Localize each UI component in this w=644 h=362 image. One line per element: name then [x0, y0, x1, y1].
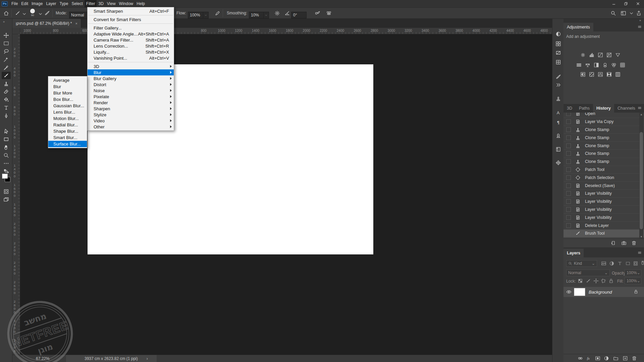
history-source-well[interactable] — [566, 207, 571, 212]
panel-navigator-icon[interactable] — [555, 160, 561, 166]
menu-item-smart-sharpen[interactable]: Smart SharpenAlt+Ctrl+F — [88, 8, 174, 14]
history-state-patch-tool[interactable]: Patch Tool — [564, 166, 644, 174]
history-state-layer-visibility[interactable]: Layer Visibility — [564, 214, 644, 222]
layer-row-background[interactable]: Background — [564, 287, 644, 297]
adj-colorbal-icon[interactable] — [584, 62, 591, 68]
toggle-brush-panel-icon[interactable] — [44, 8, 50, 18]
panel-clone-source-icon[interactable] — [555, 96, 561, 102]
fill-field[interactable]: 100% ⌄ — [625, 278, 641, 284]
chevron-down-icon[interactable] — [38, 8, 43, 19]
adj-threshold-icon[interactable] — [597, 72, 604, 77]
menu-item-pixelate[interactable]: Pixelate — [88, 94, 174, 100]
tab-close-icon[interactable]: × — [75, 21, 77, 25]
history-source-well[interactable] — [566, 151, 571, 156]
hand-tool[interactable] — [2, 143, 11, 151]
rect-shape-tool[interactable] — [2, 135, 11, 143]
airbrush-icon[interactable] — [215, 8, 220, 18]
pen-tool[interactable] — [2, 112, 11, 119]
tab-channels[interactable]: Channels — [614, 104, 639, 113]
eraser-tool[interactable] — [2, 88, 11, 95]
tab-3d[interactable]: 3D — [564, 104, 576, 113]
history-source-well[interactable] — [566, 215, 571, 220]
history-state-layer-visibility[interactable]: Layer Visibility — [564, 190, 644, 198]
gear-icon[interactable] — [274, 8, 280, 18]
menu-item-smart-blur[interactable]: Smart Blur... — [48, 134, 87, 141]
filter-smart-objects-icon[interactable] — [633, 261, 639, 266]
panel-gradients-icon[interactable] — [555, 50, 561, 56]
menubar-item-image[interactable]: Image — [30, 0, 44, 7]
adj-vibrance-icon[interactable] — [614, 52, 621, 58]
blend-mode-select[interactable]: Normal ⌄ — [566, 269, 610, 276]
add-layer-mask-icon[interactable] — [595, 356, 601, 361]
panel-swatches-icon[interactable] — [555, 41, 561, 47]
menubar-item-select[interactable]: Select — [70, 0, 84, 7]
panel-color-icon[interactable] — [555, 31, 561, 37]
brush-tool[interactable] — [2, 72, 11, 79]
layer-thumbnail[interactable] — [574, 288, 585, 296]
path-select-tool[interactable] — [2, 127, 11, 135]
history-state-brush-tool[interactable]: Brush Tool — [564, 230, 644, 238]
menu-item-blur-gallery[interactable]: Blur Gallery — [88, 75, 174, 81]
panel-patterns-icon[interactable] — [555, 59, 561, 65]
quick-mask-icon[interactable] — [2, 188, 11, 195]
zoom-level-field[interactable]: 67.22% — [36, 356, 66, 361]
menu-item-render[interactable]: Render — [88, 100, 174, 106]
menu-item-video[interactable]: Video — [88, 118, 174, 124]
new-document-from-state-icon[interactable] — [610, 240, 616, 246]
filter-type-layers-icon[interactable] — [617, 261, 623, 266]
menu-item-blur-more[interactable]: Blur More — [48, 90, 87, 96]
history-source-well[interactable] — [566, 167, 571, 172]
adj-channelmixer-icon[interactable] — [610, 62, 617, 68]
panel-libraries-icon[interactable] — [555, 146, 561, 152]
adj-photofilter-icon[interactable] — [602, 62, 608, 68]
angle-field[interactable]: 0° — [291, 10, 307, 20]
layer-filter-kind-select[interactable]: Kind ⌄ — [566, 260, 597, 267]
history-source-well[interactable] — [566, 159, 571, 164]
smoothing-field[interactable]: 10% — [249, 10, 269, 20]
marquee-tool[interactable] — [2, 40, 11, 47]
adjustments-menu-icon[interactable] — [637, 25, 642, 29]
adj-posterize-icon[interactable] — [588, 72, 595, 77]
menubar-item-window[interactable]: Window — [117, 0, 135, 7]
history-state-layer-visibility[interactable]: Layer Visibility — [564, 198, 644, 206]
menubar-item-help[interactable]: Help — [135, 0, 147, 7]
tab-paths[interactable]: Paths — [576, 104, 593, 113]
minimize-button[interactable] — [608, 0, 620, 7]
visibility-eye-icon[interactable] — [566, 289, 572, 295]
tab-history[interactable]: History — [593, 104, 614, 113]
close-button[interactable] — [632, 0, 644, 7]
search-icon[interactable] — [610, 8, 616, 18]
lock-artboard-icon[interactable] — [601, 278, 606, 284]
adj-exposure-icon[interactable] — [606, 52, 612, 58]
history-source-well[interactable] — [566, 113, 571, 116]
magic-wand-tool[interactable] — [2, 56, 11, 63]
history-state-layer-visibility[interactable]: Layer Visibility — [564, 206, 644, 214]
pen-pressure-icon[interactable] — [315, 8, 320, 18]
menu-item-sharpen[interactable]: Sharpen — [88, 106, 174, 112]
workspace-switcher-icon[interactable] — [621, 8, 626, 18]
adj-invert-icon[interactable] — [580, 72, 586, 77]
panel-glyphs-icon[interactable] — [555, 132, 561, 138]
panel-paragraph-icon[interactable]: ¶ — [555, 119, 561, 125]
new-adjustment-layer-icon[interactable] — [604, 356, 609, 361]
zoom-tool-tool[interactable] — [2, 152, 11, 159]
menu-item-average[interactable]: Average — [48, 77, 87, 83]
new-snapshot-icon[interactable] — [621, 240, 627, 246]
menu-item-convert-for-smart-filters[interactable]: Convert for Smart Filters — [88, 16, 174, 22]
menu-item-stylize[interactable]: Stylize — [88, 112, 174, 118]
adj-colorlookup-icon[interactable] — [619, 62, 626, 68]
adj-levels-icon[interactable] — [588, 52, 595, 58]
history-source-well[interactable] — [566, 199, 571, 204]
chevron-down-icon[interactable] — [629, 8, 634, 18]
clone-stamp-tool[interactable] — [2, 80, 11, 87]
filter-pin-toggle-icon[interactable] — [640, 260, 644, 266]
status-chevron-icon[interactable]: › — [147, 356, 148, 361]
adj-hue-icon[interactable] — [576, 62, 582, 68]
menubar-item-3d[interactable]: 3D — [97, 0, 105, 7]
filter-shape-layers-icon[interactable] — [625, 261, 631, 266]
menu-item-other[interactable]: Other — [88, 124, 174, 130]
foreground-color-swatch[interactable] — [2, 174, 8, 179]
delete-layer-icon[interactable] — [632, 356, 637, 361]
new-layer-icon[interactable] — [623, 356, 628, 361]
menubar-item-layer[interactable]: Layer — [44, 0, 58, 7]
